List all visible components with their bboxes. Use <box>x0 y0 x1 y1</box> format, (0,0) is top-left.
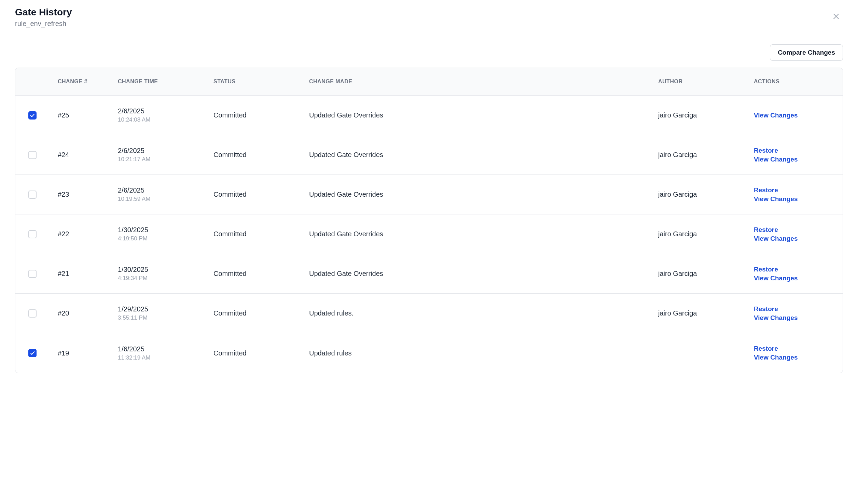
cell-change-made: Updated Gate Overrides <box>309 230 658 238</box>
cell-change-made: Updated Gate Overrides <box>309 151 658 159</box>
cell-change-num: #21 <box>50 270 118 278</box>
column-header-change-time: CHANGE TIME <box>118 72 213 92</box>
change-time: 10:21:17 AM <box>118 156 213 163</box>
cell-status: Committed <box>213 270 309 278</box>
cell-actions: RestoreView Changes <box>754 305 843 322</box>
cell-change-made: Updated Gate Overrides <box>309 111 658 119</box>
change-number: #24 <box>58 151 69 158</box>
column-header-change-made: CHANGE MADE <box>309 72 658 92</box>
table-row: #252/6/202510:24:08 AMCommittedUpdated G… <box>15 96 843 135</box>
restore-link[interactable]: Restore <box>754 226 836 234</box>
restore-link[interactable]: Restore <box>754 305 836 313</box>
restore-link[interactable]: Restore <box>754 147 836 154</box>
row-checkbox[interactable] <box>28 151 37 159</box>
cell-checkbox <box>15 151 50 159</box>
view-changes-link[interactable]: View Changes <box>754 235 836 242</box>
view-changes-link[interactable]: View Changes <box>754 275 836 282</box>
cell-author: jairo Garciga <box>658 309 754 317</box>
cell-change-time: 2/6/202510:21:17 AM <box>118 147 213 163</box>
cell-actions: RestoreView Changes <box>754 186 843 203</box>
cell-change-time: 2/6/202510:24:08 AM <box>118 107 213 123</box>
table-header: CHANGE # CHANGE TIME STATUS CHANGE MADE … <box>15 68 843 96</box>
column-header-checkbox <box>15 75 50 88</box>
page-header: Gate History rule_env_refresh <box>0 0 858 36</box>
table-row: #201/29/20253:55:11 PMCommittedUpdated r… <box>15 294 843 333</box>
cell-status: Committed <box>213 230 309 238</box>
view-changes-link[interactable]: View Changes <box>754 112 836 119</box>
table-row: #211/30/20254:19:34 PMCommittedUpdated G… <box>15 254 843 294</box>
restore-link[interactable]: Restore <box>754 345 836 352</box>
cell-author: jairo Garciga <box>658 151 754 159</box>
cell-change-made: Updated rules <box>309 349 658 357</box>
cell-checkbox <box>15 309 50 318</box>
row-checkbox[interactable] <box>28 111 37 120</box>
row-checkbox[interactable] <box>28 270 37 278</box>
column-header-status: STATUS <box>213 72 309 92</box>
cell-checkbox <box>15 111 50 120</box>
cell-change-num: #25 <box>50 111 118 119</box>
content-area: Compare Changes CHANGE # CHANGE TIME STA… <box>0 36 858 381</box>
change-date: 1/29/2025 <box>118 305 213 313</box>
view-changes-link[interactable]: View Changes <box>754 156 836 163</box>
change-number: #20 <box>58 309 69 317</box>
cell-change-num: #22 <box>50 230 118 238</box>
cell-actions: View Changes <box>754 112 843 119</box>
close-icon <box>832 12 840 22</box>
cell-author: jairo Garciga <box>658 191 754 198</box>
column-header-change-num: CHANGE # <box>50 72 118 92</box>
change-date: 1/30/2025 <box>118 266 213 274</box>
history-table: CHANGE # CHANGE TIME STATUS CHANGE MADE … <box>15 68 843 373</box>
change-time: 4:19:50 PM <box>118 235 213 242</box>
cell-change-num: #19 <box>50 349 118 357</box>
cell-change-made: Updated Gate Overrides <box>309 270 658 278</box>
close-button[interactable] <box>829 10 843 24</box>
cell-checkbox <box>15 270 50 278</box>
page-title: Gate History <box>15 7 72 18</box>
cell-change-time: 1/29/20253:55:11 PM <box>118 305 213 321</box>
change-time: 10:24:08 AM <box>118 116 213 123</box>
cell-change-num: #20 <box>50 309 118 317</box>
change-number: #23 <box>58 191 69 198</box>
cell-author: jairo Garciga <box>658 230 754 238</box>
cell-author: jairo Garciga <box>658 270 754 278</box>
cell-change-made: Updated Gate Overrides <box>309 191 658 198</box>
restore-link[interactable]: Restore <box>754 186 836 194</box>
cell-change-num: #24 <box>50 151 118 159</box>
cell-change-time: 2/6/202510:19:59 AM <box>118 186 213 202</box>
change-date: 2/6/2025 <box>118 186 213 194</box>
row-checkbox[interactable] <box>28 349 37 357</box>
row-checkbox[interactable] <box>28 309 37 318</box>
view-changes-link[interactable]: View Changes <box>754 314 836 322</box>
cell-change-made: Updated rules. <box>309 309 658 317</box>
cell-checkbox <box>15 349 50 357</box>
row-checkbox[interactable] <box>28 230 37 238</box>
cell-change-time: 1/30/20254:19:34 PM <box>118 266 213 282</box>
change-time: 4:19:34 PM <box>118 275 213 282</box>
change-number: #25 <box>58 111 69 119</box>
view-changes-link[interactable]: View Changes <box>754 354 836 361</box>
cell-change-num: #23 <box>50 191 118 198</box>
table-header-row: CHANGE # CHANGE TIME STATUS CHANGE MADE … <box>15 68 843 95</box>
toolbar: Compare Changes <box>15 44 843 61</box>
cell-status: Committed <box>213 111 309 119</box>
change-time: 11:32:19 AM <box>118 354 213 361</box>
table-row: #221/30/20254:19:50 PMCommittedUpdated G… <box>15 214 843 254</box>
cell-author: jairo Garciga <box>658 111 754 119</box>
row-checkbox[interactable] <box>28 191 37 199</box>
cell-actions: RestoreView Changes <box>754 266 843 282</box>
cell-status: Committed <box>213 151 309 159</box>
change-time: 10:19:59 AM <box>118 196 213 202</box>
change-date: 1/6/2025 <box>118 345 213 353</box>
change-number: #21 <box>58 270 69 277</box>
restore-link[interactable]: Restore <box>754 266 836 273</box>
cell-change-time: 1/6/202511:32:19 AM <box>118 345 213 361</box>
table-body: #252/6/202510:24:08 AMCommittedUpdated G… <box>15 96 843 373</box>
change-date: 2/6/2025 <box>118 107 213 115</box>
cell-actions: RestoreView Changes <box>754 226 843 242</box>
change-date: 2/6/2025 <box>118 147 213 155</box>
cell-actions: RestoreView Changes <box>754 345 843 361</box>
page-subtitle: rule_env_refresh <box>15 20 72 28</box>
compare-changes-button[interactable]: Compare Changes <box>770 44 843 61</box>
view-changes-link[interactable]: View Changes <box>754 195 836 203</box>
cell-checkbox <box>15 191 50 199</box>
